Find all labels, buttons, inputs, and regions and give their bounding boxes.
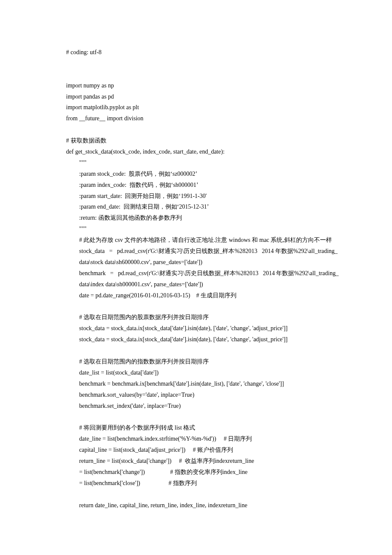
code-line: import numpy as np [66, 80, 339, 91]
code-line: def get_stock_data(stock_code, index_cod… [66, 146, 339, 157]
code-line: benchmark = benchmark.ix[benchmark['date… [66, 378, 339, 389]
code-line: capital_line = list(stock_data['adjust_p… [66, 445, 339, 456]
code-line: """ [66, 224, 339, 235]
code-line: :param end_date: 回测结束日期，例如‘2015-12-31’ [66, 201, 339, 212]
code-line: :param index_code: 指数代码，例如‘sh000001’ [66, 180, 339, 191]
code-line: benchmark = pd.read_csv(r'G:\财通实习\历史日线数据… [66, 268, 339, 290]
document-page: # coding: utf-8import numpy as npimport … [0, 0, 392, 555]
code-line: :param start_date: 回测开始日期，例如‘1991-1-30' [66, 191, 339, 202]
code-line: stock_data = pd.read_csv(r'G:\财通实习\历史日线数… [66, 246, 339, 268]
blank-line [66, 411, 339, 422]
code-line: # 获取数据函数 [66, 135, 339, 146]
code-line: benchmark.sort_values(by='date', inplace… [66, 389, 339, 401]
blank-line [66, 58, 339, 69]
code-line: benchmark.set_index('date', inplace=True… [66, 401, 339, 412]
code-line: date_list = list(stock_data['date']) [66, 367, 339, 378]
code-line: :param stock_code: 股票代码，例如‘sz000002’ [66, 169, 339, 180]
blank-line [66, 345, 339, 356]
code-line: return_line = list(stock_data['change'])… [66, 456, 339, 467]
blank-line [66, 124, 339, 135]
blank-line [66, 489, 339, 500]
code-line: = list(benchmark['change']) # 指数的变化率序列in… [66, 467, 339, 478]
code-listing: # coding: utf-8import numpy as npimport … [66, 47, 339, 511]
code-line: import matplotlib.pyplot as plt [66, 102, 339, 113]
code-line: # 选取在日期范围内的股票数据序列并按日期排序 [66, 312, 339, 323]
blank-line [66, 69, 339, 80]
code-line: :return: 函数返回其他函数的各参数序列 [66, 212, 339, 224]
code-line: # 此处为存放 csv 文件的本地路径，请自行改正地址.注意 windows 和… [66, 235, 339, 246]
blank-line [66, 301, 339, 312]
code-line: stock_data = stock_data.ix[stock_data['d… [66, 334, 339, 345]
code-line: # 选取在日期范围内的指数数据序列并按日期排序 [66, 356, 339, 367]
code-line: = list(benchmark['close']) # 指数序列 [66, 478, 339, 489]
code-line: return date_line, capital_line, return_l… [66, 500, 339, 511]
code-line: """ [66, 157, 339, 169]
code-line: # coding: utf-8 [66, 47, 339, 58]
code-line: date_line = list(benchmark.index.strftim… [66, 433, 339, 445]
code-line: import pandas as pd [66, 91, 339, 102]
code-line: stock_data = stock_data.ix[stock_data['d… [66, 323, 339, 334]
code-line: # 将回测要用到的各个数据序列转成 list 格式 [66, 422, 339, 433]
code-line: from __future__ import division [66, 113, 339, 124]
code-line: date = pd.date_range(2016-01-01,2016-03-… [66, 290, 339, 301]
